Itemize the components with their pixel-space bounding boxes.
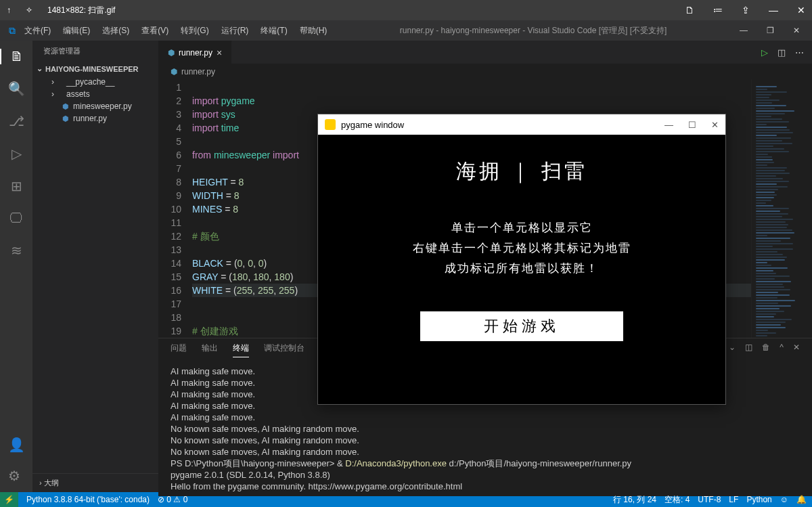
remote-icon[interactable]: 🖵 [9, 211, 23, 226]
list-icon[interactable]: ≔ [713, 5, 723, 16]
share-icon[interactable]: ⇪ [742, 5, 750, 16]
start-game-button[interactable]: 开始游戏 [420, 311, 623, 341]
chevron-up-icon[interactable]: ^ [780, 343, 784, 357]
panel-tab[interactable]: 输出 [202, 343, 218, 357]
activity-bar: 🗎 🔍 ⎇ ▷ ⊞ 🖵 ≋ 👤 ⚙ [0, 41, 32, 492]
problems-indicator[interactable]: ⊘ 0 ⚠ 0 [158, 495, 187, 504]
chevron-right-icon: › [51, 89, 58, 99]
pygame-titlebar[interactable]: pygame window — ☐ ✕ [318, 114, 725, 135]
source-control-icon[interactable]: ⎇ [9, 113, 24, 129]
extensions-icon[interactable]: ⊞ [11, 178, 22, 194]
remote-indicator[interactable]: ⚡ [0, 492, 18, 507]
language-mode[interactable]: Python [746, 495, 771, 504]
outer-title-text: 1481×882: 扫雷.gif [47, 5, 115, 16]
python-interpreter[interactable]: Python 3.8.8 64-bit ('base': conda) [26, 495, 150, 504]
pygame-content: 海拥 ｜ 扫雷 单击一个单元格以显示它右键单击一个单元格以将其标记为地雷成功标记… [318, 135, 725, 341]
indentation[interactable]: 空格: 4 [664, 494, 690, 506]
python-file-icon: ⬢ [62, 114, 69, 123]
chevron-down-icon: ⌄ [37, 64, 43, 73]
cursor-position[interactable]: 行 16, 列 24 [613, 494, 656, 506]
accounts-icon[interactable]: 👤 [8, 437, 25, 453]
vscode-titlebar: ⧉ 文件(F)编辑(E)选择(S)查看(V)转到(G)运行(R)终端(T)帮助(… [0, 20, 812, 41]
mouse-cursor-icon: ↖ [541, 332, 548, 342]
tree-item[interactable]: ›assets [41, 88, 158, 100]
encoding[interactable]: UTF-8 [698, 495, 721, 504]
close-icon[interactable]: ✕ [711, 120, 719, 130]
menu-item[interactable]: 转到(G) [181, 25, 208, 37]
tab-runner-py[interactable]: ⬢ runner.py × [158, 41, 232, 64]
minimize-icon[interactable]: — [769, 5, 778, 16]
tree-item[interactable]: ⬢minesweeper.py [41, 100, 158, 112]
close-tab-icon[interactable]: × [217, 47, 222, 58]
run-button[interactable]: ▷ [761, 47, 768, 58]
settings-gear-icon[interactable]: ⚙ [8, 468, 25, 484]
upload-icon[interactable]: ↑ [7, 5, 11, 15]
minimize-icon[interactable]: — [740, 26, 748, 35]
window-title: runner.py - haiyong-minesweeper - Visual… [327, 25, 740, 37]
window-controls: — ❐ ✕ [740, 26, 807, 35]
split-editor-icon[interactable]: ◫ [777, 47, 786, 58]
menu-item[interactable]: 查看(V) [141, 25, 168, 37]
vscode-logo-icon: ⧉ [5, 24, 19, 37]
search-icon[interactable]: 🔍 [8, 81, 25, 97]
menu-item[interactable]: 运行(R) [221, 25, 249, 37]
close-panel-icon[interactable]: ✕ [793, 343, 800, 357]
breadcrumb[interactable]: ⬢ runner.py [158, 64, 812, 79]
terminal-dropdown-icon[interactable]: ⌄ [729, 343, 736, 357]
file-tree: ›__pycache__›assets⬢minesweeper.py⬢runne… [32, 76, 158, 125]
pygame-title-text: pygame window [341, 120, 404, 130]
eol[interactable]: LF [729, 495, 738, 504]
close-icon[interactable]: ✕ [793, 26, 800, 35]
panel-tab[interactable]: 调试控制台 [264, 343, 304, 357]
tree-item[interactable]: ›__pycache__ [41, 76, 158, 88]
trash-icon[interactable]: 🗑 [762, 343, 770, 357]
chevron-right-icon: › [51, 77, 58, 87]
run-debug-icon[interactable]: ▷ [12, 146, 22, 162]
more-icon[interactable]: ⋯ [795, 47, 804, 58]
sidebar: 资源管理器 ⌄ HAIYONG-MINESWEEPER ›__pycache__… [32, 41, 158, 492]
minimap[interactable] [751, 79, 812, 338]
pygame-window: pygame window — ☐ ✕ 海拥 ｜ 扫雷 单击一个单元格以显示它右… [317, 114, 726, 405]
line-numbers: 12345678910111213141516171819 [158, 79, 192, 338]
editor-tabs: ⬢ runner.py × ▷ ◫ ⋯ [158, 41, 812, 64]
sidebar-title: 资源管理器 [32, 41, 158, 62]
menu-item[interactable]: 帮助(H) [300, 25, 328, 37]
panel-tab[interactable]: 终端 [233, 343, 249, 357]
close-icon[interactable]: ✕ [797, 5, 805, 16]
panel-tab[interactable]: 问题 [171, 343, 187, 357]
tree-item[interactable]: ⬢runner.py [41, 112, 158, 125]
python-file-icon: ⬢ [62, 102, 69, 111]
python-file-icon: ⬢ [168, 48, 175, 58]
feedback-icon[interactable]: ☺ [780, 495, 788, 504]
python-file-icon: ⬢ [171, 67, 177, 76]
split-terminal-icon[interactable]: ◫ [745, 343, 752, 357]
menu-item[interactable]: 文件(F) [24, 25, 51, 37]
menu-item[interactable]: 编辑(E) [63, 25, 90, 37]
menu-bar: 文件(F)编辑(E)选择(S)查看(V)转到(G)运行(R)终端(T)帮助(H) [24, 25, 327, 37]
notifications-icon[interactable]: 🔔 [796, 495, 807, 504]
chevron-right-icon: › [39, 479, 42, 487]
game-title: 海拥 ｜ 扫雷 [318, 158, 725, 185]
docker-icon[interactable]: ≋ [11, 242, 22, 259]
explorer-icon[interactable]: 🗎 [0, 49, 32, 64]
minimize-icon[interactable]: — [664, 120, 673, 130]
restore-icon[interactable]: ❐ [767, 26, 774, 35]
page-icon[interactable]: 🗋 [685, 5, 694, 16]
sidebar-outline[interactable]: › 大纲 [32, 473, 158, 492]
outer-titlebar: ↑ ✧ 1481×882: 扫雷.gif 🗋 ≔ ⇪ — ✕ [0, 0, 812, 20]
game-rules: 单击一个单元格以显示它右键单击一个单元格以将其标记为地雷成功标记所有地雷以获胜！ [318, 218, 725, 279]
sidebar-project-header[interactable]: ⌄ HAIYONG-MINESWEEPER [32, 62, 158, 76]
menu-item[interactable]: 终端(T) [261, 25, 287, 37]
pygame-icon [325, 119, 336, 130]
menu-item[interactable]: 选择(S) [102, 25, 129, 37]
pin-icon[interactable]: ✧ [26, 5, 32, 15]
maximize-icon[interactable]: ☐ [688, 120, 696, 130]
